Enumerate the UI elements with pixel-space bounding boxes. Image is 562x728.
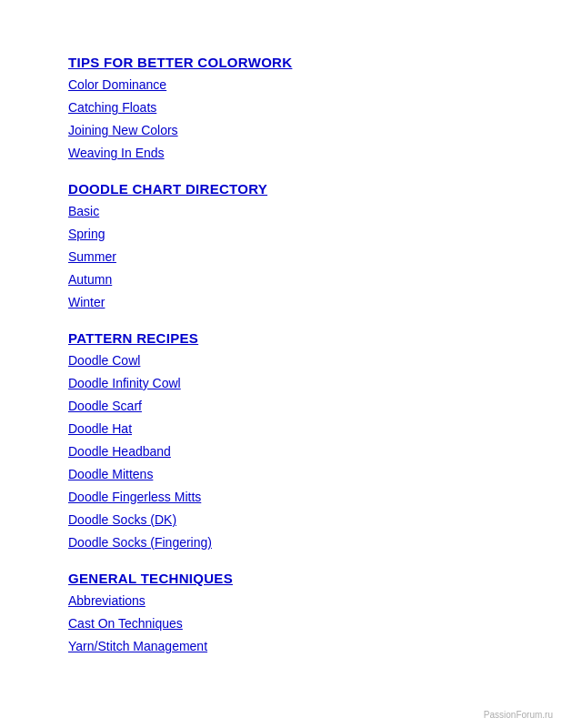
link-doodle-socks-dk-[interactable]: Doodle Socks (DK)	[68, 511, 494, 530]
link-doodle-socks-fingering-[interactable]: Doodle Socks (Fingering)	[68, 533, 494, 552]
link-cast-on-techniques[interactable]: Cast On Techniques	[68, 614, 494, 633]
link-doodle-hat[interactable]: Doodle Hat	[68, 420, 494, 439]
link-doodle-cowl[interactable]: Doodle Cowl	[68, 351, 494, 370]
section-tips-for-better-colorwork: TIPS FOR BETTER COLORWORKColor Dominance…	[68, 55, 494, 163]
link-doodle-infinity-cowl[interactable]: Doodle Infinity Cowl	[68, 374, 494, 393]
link-doodle-scarf[interactable]: Doodle Scarf	[68, 397, 494, 416]
section-header-pattern-recipes: PATTERN RECIPES	[68, 330, 494, 346]
section-header-general-techniques: GENERAL TECHNIQUES	[68, 571, 494, 586]
link-color-dominance[interactable]: Color Dominance	[68, 76, 494, 95]
page: TIPS FOR BETTER COLORWORKColor Dominance…	[0, 0, 562, 728]
section-header-tips-for-better-colorwork: TIPS FOR BETTER COLORWORK	[68, 55, 494, 70]
section-header-doodle-chart-directory: DOODLE CHART DIRECTORY	[68, 181, 494, 197]
link-abbreviations[interactable]: Abbreviations	[68, 592, 494, 611]
link-weaving-in-ends[interactable]: Weaving In Ends	[68, 144, 494, 163]
link-spring[interactable]: Spring	[68, 225, 494, 244]
link-doodle-fingerless-mitts[interactable]: Doodle Fingerless Mitts	[68, 488, 494, 507]
link-yarn-stitch-management[interactable]: Yarn/Stitch Management	[68, 637, 494, 656]
watermark: PassionForum.ru	[484, 710, 553, 720]
link-basic[interactable]: Basic	[68, 202, 494, 221]
section-pattern-recipes: PATTERN RECIPESDoodle CowlDoodle Infinit…	[68, 330, 494, 552]
link-autumn[interactable]: Autumn	[68, 270, 494, 289]
section-doodle-chart-directory: DOODLE CHART DIRECTORYBasicSpringSummerA…	[68, 181, 494, 312]
link-doodle-mittens[interactable]: Doodle Mittens	[68, 465, 494, 484]
link-doodle-headband[interactable]: Doodle Headband	[68, 442, 494, 461]
link-summer[interactable]: Summer	[68, 248, 494, 267]
link-winter[interactable]: Winter	[68, 293, 494, 312]
link-joining-new-colors[interactable]: Joining New Colors	[68, 121, 494, 140]
section-general-techniques: GENERAL TECHNIQUESAbbreviationsCast On T…	[68, 571, 494, 656]
link-catching-floats[interactable]: Catching Floats	[68, 98, 494, 117]
